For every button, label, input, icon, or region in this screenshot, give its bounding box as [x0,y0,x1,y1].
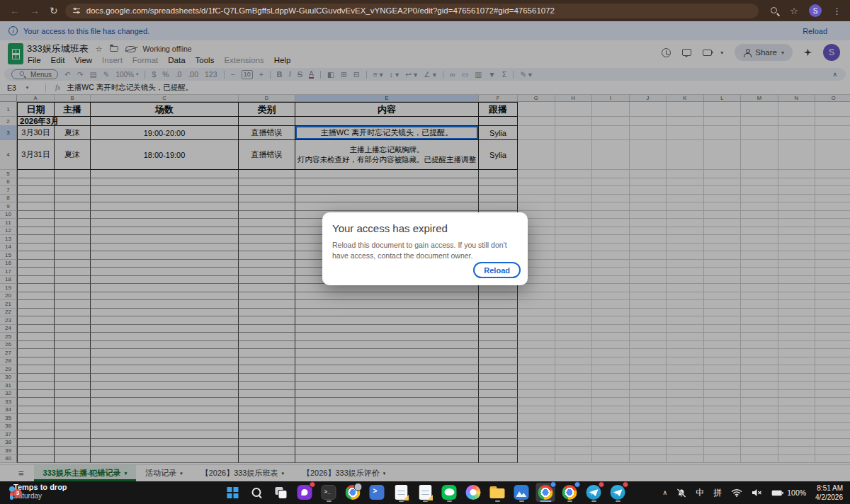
task-view-icon[interactable] [271,483,290,502]
telegram-2-icon[interactable] [608,483,628,502]
running-indicator [495,500,500,502]
tray-chevron-icon[interactable]: ∧ [663,489,668,496]
windows-taskbar: 3 Temps to drop Saturday ∧ 中 拼 [0,481,850,504]
badge [574,481,581,488]
weather-widget[interactable]: 3 Temps to drop Saturday [7,483,67,500]
badge [310,481,316,488]
ime-language-indicator[interactable]: 中 [696,487,704,499]
telegram-icon[interactable] [584,483,604,502]
address-bar[interactable]: docs.google.com/spreadsheets/d/1fC-Q7LGm… [65,4,759,18]
chrome-profile-icon[interactable] [344,483,363,502]
screen: ← → ↻ docs.google.com/spreadsheets/d/1fC… [0,0,850,504]
chrome-active-icon[interactable] [536,483,555,502]
badge [550,481,557,488]
notifications-off-icon[interactable] [676,488,686,498]
bookmark-star-icon[interactable]: ☆ [790,6,798,16]
line-icon[interactable] [440,483,459,502]
wifi-icon[interactable] [731,488,742,497]
page: i Your access to this file has changed. … [0,21,850,481]
taskbar-clock[interactable]: 8:51 AM 4/2/2026 [815,483,843,502]
battery-icon [771,490,783,496]
dialog-reload-button[interactable]: Reload [473,262,521,278]
running-indicator [447,500,452,502]
site-settings-icon [72,6,81,15]
system-tray: ∧ 中 拼 [663,481,843,504]
badge [623,481,629,488]
search-icon[interactable] [247,483,266,502]
clock-time: 8:51 AM [815,483,843,493]
terminal-icon[interactable] [319,483,339,502]
back-icon[interactable]: ← [10,5,20,16]
dialog-title: Your access has expired [332,222,518,234]
windows-icon[interactable] [223,483,242,502]
battery-percent: 100% [787,488,806,497]
forward-icon[interactable]: → [30,5,40,16]
running-indicator [423,500,428,502]
chat-icon[interactable] [295,483,314,502]
ime-pinyin-indicator[interactable]: 拼 [713,487,722,499]
dialog-body: Reload this document to gain access. If … [332,240,518,260]
taskbar-icons [223,483,628,502]
weather-badge: 3 [13,489,22,498]
notepad-2-icon[interactable] [416,483,435,502]
reload-icon[interactable]: ↻ [50,5,58,16]
running-indicator [399,500,404,502]
chrome-icon[interactable] [560,483,579,502]
badge [599,481,605,488]
running-indicator [567,500,572,502]
copilot-icon[interactable] [464,483,483,502]
notepad-icon[interactable] [392,483,411,502]
browser-toolbar: ← → ↻ docs.google.com/spreadsheets/d/1fC… [0,0,850,21]
running-indicator [591,500,596,502]
folder-icon[interactable] [488,483,507,502]
volume-muted-icon[interactable] [752,488,762,497]
battery-indicator[interactable]: 100% [771,488,806,497]
photos-icon[interactable] [512,483,531,502]
clock-date: 4/2/2026 [815,493,843,502]
weather-headline: Temps to drop [13,483,67,492]
browser-avatar[interactable]: S [809,4,822,17]
running-indicator [540,500,551,502]
running-indicator [327,500,332,502]
powershell-icon[interactable] [368,483,387,502]
zoom-search-icon[interactable] [770,6,779,16]
browser-menu-icon[interactable]: ⋮ [832,6,842,16]
running-indicator [616,500,620,502]
url-text: docs.google.com/spreadsheets/d/1fC-Q7LGm… [86,6,555,15]
access-expired-dialog: Your access has expired Reload this docu… [322,212,528,285]
running-indicator [519,500,524,502]
